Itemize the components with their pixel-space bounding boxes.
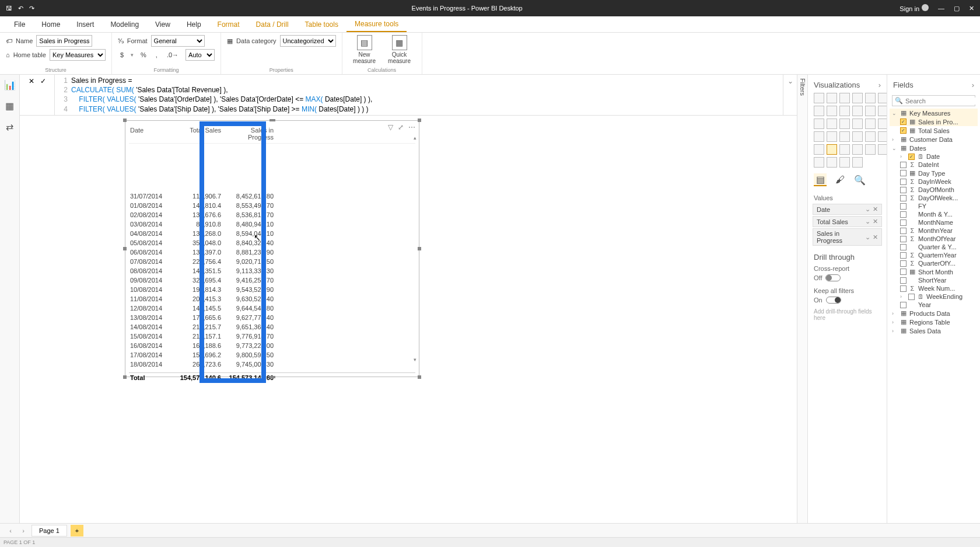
viz-type-icon[interactable] bbox=[827, 131, 837, 142]
col-header-sales-in-progress[interactable]: Sales in Progress bbox=[222, 124, 275, 143]
table-sales-data[interactable]: ›▦Sales Data bbox=[890, 326, 978, 335]
tab-view[interactable]: View bbox=[147, 16, 178, 32]
viz-type-icon[interactable] bbox=[865, 131, 876, 142]
table-row[interactable]: 18/08/2014268,723.69,745,009.30 bbox=[129, 360, 415, 369]
well-item[interactable]: Sales in Progress⌄✕ bbox=[813, 228, 882, 246]
table-row[interactable]: 01/08/2014146,810.48,553,494.70 bbox=[129, 201, 415, 210]
viz-type-icon[interactable] bbox=[839, 144, 850, 155]
field-dayofweek[interactable]: ΣDayOfWeek... bbox=[890, 194, 978, 202]
field-sales-in-progress[interactable]: ✓▦Sales in Pro... bbox=[890, 117, 978, 126]
viz-type-icon[interactable] bbox=[839, 119, 850, 129]
table-row[interactable]: 17/08/2014158,696.29,800,592.50 bbox=[129, 350, 415, 360]
model-view-icon[interactable]: ⇄ bbox=[5, 121, 15, 132]
field-monthofyear[interactable]: ΣMonthOfYear bbox=[890, 235, 978, 243]
table-row[interactable]: 16/08/2014161,188.69,773,223.00 bbox=[129, 341, 415, 350]
viz-type-icon[interactable] bbox=[839, 157, 850, 168]
scroll-down-icon[interactable]: ▾ bbox=[412, 357, 418, 363]
table-key-measures[interactable]: ⌄▦Key Measures bbox=[890, 109, 978, 117]
viz-type-icon[interactable] bbox=[852, 144, 863, 155]
table-regions-table[interactable]: ›▦Regions Table bbox=[890, 318, 978, 326]
viz-type-icon[interactable] bbox=[852, 106, 863, 116]
well-item[interactable]: Date⌄✕ bbox=[813, 204, 882, 215]
tab-format[interactable]: Format bbox=[209, 16, 248, 32]
format-select[interactable]: General bbox=[151, 35, 205, 47]
table-row[interactable]: 07/08/2014229,756.49,020,712.50 bbox=[129, 257, 415, 266]
table-scrollbar[interactable]: ▴ ▾ bbox=[412, 135, 418, 372]
maximize-icon[interactable]: ▢ bbox=[954, 5, 960, 12]
tab-measure-tools[interactable]: Measure tools bbox=[346, 16, 407, 32]
tab-data-drill[interactable]: Data / Drill bbox=[248, 16, 297, 32]
viz-type-icon[interactable] bbox=[814, 144, 824, 155]
remove-field-icon[interactable]: ✕ bbox=[873, 205, 878, 213]
focus-mode-icon[interactable]: ⤢ bbox=[398, 123, 404, 131]
resize-handle[interactable] bbox=[123, 375, 127, 379]
viz-type-icon[interactable] bbox=[865, 144, 876, 155]
viz-type-icon[interactable] bbox=[852, 93, 863, 103]
viz-type-icon[interactable] bbox=[814, 119, 824, 129]
viz-type-icon[interactable] bbox=[839, 106, 850, 116]
table-row[interactable]: 09/08/2014324,695.49,416,253.70 bbox=[129, 276, 415, 285]
report-canvas[interactable]: ▽ ⤢ ⋯ Date Total Sales Sales in Progress… bbox=[20, 116, 797, 523]
viz-type-icon[interactable] bbox=[865, 93, 876, 103]
scroll-up-icon[interactable]: ▴ bbox=[412, 135, 418, 141]
fields-tab-icon[interactable]: ▤ bbox=[814, 173, 827, 186]
field-fy[interactable]: FY bbox=[890, 202, 978, 210]
redo-icon[interactable]: ↷ bbox=[29, 5, 34, 12]
viz-type-icon[interactable] bbox=[814, 93, 824, 103]
comma-button[interactable]: , bbox=[153, 50, 160, 60]
formula-editor[interactable]: 1Sales in Progress = 2CALCULATE( SUM( 'S… bbox=[55, 75, 783, 115]
tab-help[interactable]: Help bbox=[178, 16, 209, 32]
dropdown-icon[interactable]: ▾ bbox=[131, 52, 134, 58]
home-table-select[interactable]: Key Measures bbox=[50, 49, 106, 61]
formula-expand-icon[interactable]: ⌄ bbox=[783, 75, 797, 115]
keep-filters-toggle[interactable] bbox=[826, 297, 841, 304]
currency-button[interactable]: $ bbox=[118, 50, 126, 60]
minimize-icon[interactable]: — bbox=[938, 5, 944, 12]
close-icon[interactable]: ✕ bbox=[969, 5, 974, 12]
field-shortyear[interactable]: ShortYear bbox=[890, 276, 978, 284]
analytics-tab-icon[interactable]: 🔍 bbox=[853, 173, 866, 186]
decimal-select[interactable]: Auto bbox=[186, 49, 215, 61]
report-view-icon[interactable]: 📊 bbox=[5, 79, 15, 90]
col-header-total-sales[interactable]: Total Sales bbox=[176, 124, 222, 143]
undo-icon[interactable]: ↶ bbox=[18, 5, 23, 12]
tab-table-tools[interactable]: Table tools bbox=[297, 16, 346, 32]
chevron-down-icon[interactable]: ⌄ bbox=[865, 218, 870, 225]
field-day-type[interactable]: ▦Day Type bbox=[890, 169, 978, 177]
field-quarterofy[interactable]: ΣQuarterOfY... bbox=[890, 259, 978, 267]
field-short-month[interactable]: ▦Short Month bbox=[890, 267, 978, 276]
viz-type-icon[interactable] bbox=[814, 157, 824, 168]
viz-type-icon[interactable] bbox=[827, 144, 837, 155]
remove-field-icon[interactable]: ✕ bbox=[873, 234, 878, 241]
field-monthname[interactable]: MonthName bbox=[890, 218, 978, 227]
collapse-fields-icon[interactable]: › bbox=[972, 81, 974, 89]
resize-handle[interactable] bbox=[418, 119, 421, 122]
values-well[interactable]: Date⌄✕Total Sales⌄✕Sales in Progress⌄✕ bbox=[813, 203, 882, 246]
field-week-num[interactable]: ΣWeek Num... bbox=[890, 284, 978, 292]
field-dayinweek[interactable]: ΣDayInWeek bbox=[890, 177, 978, 186]
field-quarter-y[interactable]: Quarter & Y... bbox=[890, 243, 978, 251]
field-month-y[interactable]: Month & Y... bbox=[890, 210, 978, 218]
well-item[interactable]: Total Sales⌄✕ bbox=[813, 216, 882, 227]
filter-icon[interactable]: ▽ bbox=[388, 123, 393, 131]
decrease-decimal-button[interactable]: .0→ bbox=[164, 50, 181, 60]
new-measure-button[interactable]: ▤ New measure bbox=[348, 35, 381, 64]
more-options-icon[interactable]: ⋯ bbox=[408, 123, 415, 131]
table-row[interactable]: 14/08/2014216,215.79,651,363.40 bbox=[129, 322, 415, 332]
table-row[interactable]: 04/08/2014134,268.08,594,043.10 bbox=[129, 229, 415, 238]
table-row[interactable]: 13/08/2014176,665.69,627,779.40 bbox=[129, 313, 415, 322]
table-row[interactable]: 31/07/2014113,906.78,452,612.80 bbox=[129, 191, 415, 201]
prev-page-icon[interactable]: ‹ bbox=[6, 527, 15, 534]
remove-field-icon[interactable]: ✕ bbox=[873, 218, 878, 225]
table-row[interactable]: 08/08/2014144,351.59,113,333.30 bbox=[129, 266, 415, 276]
tab-file[interactable]: File bbox=[6, 16, 33, 32]
table-row[interactable]: 11/08/2014205,415.39,630,526.40 bbox=[129, 294, 415, 304]
resize-handle[interactable] bbox=[270, 119, 275, 121]
table-row[interactable]: 02/08/2014138,676.68,536,811.70 bbox=[129, 210, 415, 220]
tab-modeling[interactable]: Modeling bbox=[102, 16, 147, 32]
table-row[interactable]: 03/08/201483,910.88,480,947.10 bbox=[129, 220, 415, 229]
table-row[interactable]: 12/08/2014143,145.59,644,542.80 bbox=[129, 304, 415, 313]
signin-link[interactable]: Sign in bbox=[900, 4, 929, 12]
name-input[interactable] bbox=[36, 35, 92, 47]
viz-type-icon[interactable] bbox=[827, 157, 837, 168]
